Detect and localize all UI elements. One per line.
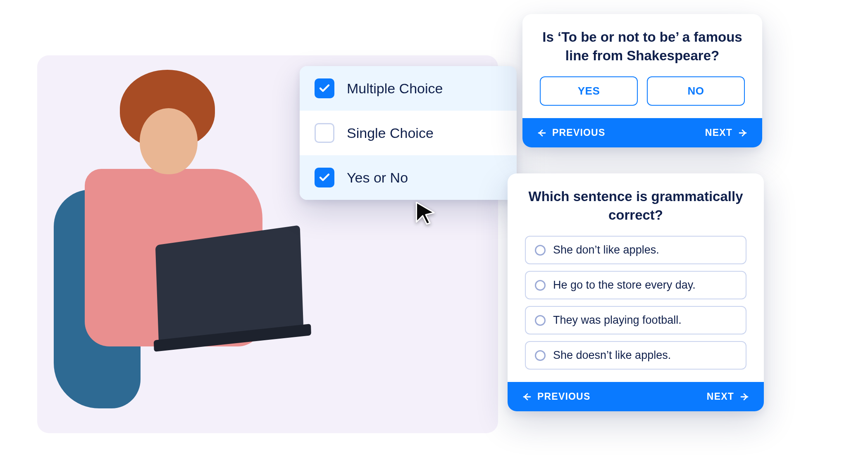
arrow-right-icon — [738, 128, 748, 138]
no-button[interactable]: NO — [647, 76, 745, 106]
multiple-choice-question-card: Which sentence is grammatically correct?… — [508, 173, 764, 411]
previous-button[interactable]: PREVIOUS — [522, 391, 590, 402]
answer-text: They was playing football. — [553, 314, 682, 327]
next-label: NEXT — [707, 391, 734, 402]
checkbox-unchecked-icon[interactable] — [315, 123, 334, 143]
card-nav-bar: PREVIOUS NEXT — [522, 118, 762, 147]
radio-unchecked-icon — [535, 280, 546, 291]
face-shape — [140, 108, 198, 174]
arrow-left-icon — [537, 128, 546, 138]
answer-option[interactable]: They was playing football. — [525, 306, 746, 334]
previous-label: PREVIOUS — [552, 127, 605, 138]
answer-option[interactable]: She doesn’t like apples. — [525, 341, 746, 370]
option-yes-or-no[interactable]: Yes or No — [300, 155, 517, 200]
option-label: Yes or No — [347, 170, 408, 186]
card-nav-bar: PREVIOUS NEXT — [508, 382, 764, 411]
student-illustration — [45, 64, 310, 433]
yes-button[interactable]: YES — [540, 76, 638, 106]
option-label: Multiple Choice — [347, 81, 443, 97]
option-single-choice[interactable]: Single Choice — [300, 111, 517, 155]
answer-options-list: She don’t like apples. He go to the stor… — [525, 236, 746, 370]
answer-text: He go to the store every day. — [553, 279, 696, 292]
option-multiple-choice[interactable]: Multiple Choice — [300, 66, 517, 111]
answer-option[interactable]: She don’t like apples. — [525, 236, 746, 264]
cursor-icon — [413, 200, 438, 225]
radio-unchecked-icon — [535, 350, 546, 361]
next-label: NEXT — [705, 127, 732, 138]
previous-label: PREVIOUS — [537, 391, 590, 402]
yes-no-question-card: Is ‘To be or not to be’ a famous line fr… — [522, 14, 762, 147]
next-button[interactable]: NEXT — [707, 391, 750, 402]
question-text: Is ‘To be or not to be’ a famous line fr… — [540, 28, 745, 65]
next-button[interactable]: NEXT — [705, 127, 748, 138]
answer-text: She don’t like apples. — [553, 244, 659, 256]
checkbox-checked-icon[interactable] — [315, 168, 334, 187]
laptop-shape — [155, 225, 304, 348]
previous-button[interactable]: PREVIOUS — [537, 127, 605, 138]
checkbox-checked-icon[interactable] — [315, 78, 334, 98]
question-text: Which sentence is grammatically correct? — [525, 187, 746, 224]
arrow-left-icon — [522, 392, 532, 402]
option-label: Single Choice — [347, 125, 434, 141]
radio-unchecked-icon — [535, 245, 546, 256]
answer-text: She doesn’t like apples. — [553, 349, 671, 362]
answer-option[interactable]: He go to the store every day. — [525, 271, 746, 299]
arrow-right-icon — [740, 392, 750, 402]
radio-unchecked-icon — [535, 315, 546, 326]
question-type-panel: Multiple Choice Single Choice Yes or No — [300, 66, 517, 200]
